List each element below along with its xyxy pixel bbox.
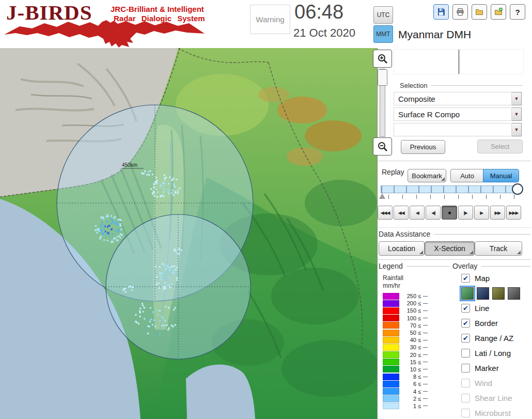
legend-color-swatch bbox=[383, 293, 399, 300]
legend-color-swatch bbox=[383, 395, 399, 402]
zoom-in-icon bbox=[377, 53, 388, 65]
olive-map-style-swatch[interactable] bbox=[492, 287, 505, 300]
manual-mode-button[interactable]: Manual bbox=[483, 169, 519, 182]
fast-forward-button[interactable]: ▶▶ bbox=[490, 206, 505, 220]
chevron-down-icon[interactable]: ▼ bbox=[512, 92, 522, 105]
overlay-section-label: Overlay bbox=[452, 262, 530, 270]
legend-lte-symbol: ≤ bbox=[418, 403, 421, 409]
shear-line-checkbox[interactable] bbox=[461, 394, 470, 402]
divider bbox=[378, 161, 531, 161]
marker-checkbox[interactable] bbox=[461, 364, 470, 373]
composite-dropdown-value: Composite bbox=[394, 92, 512, 105]
chevron-down-icon[interactable]: ▼ bbox=[512, 123, 522, 136]
mmt-toggle-button[interactable]: MMT bbox=[373, 25, 393, 43]
legend-value: 100 bbox=[403, 315, 416, 321]
play-reverse-button[interactable]: ◀ bbox=[410, 206, 425, 220]
eagle-logo-icon bbox=[2, 19, 207, 48]
legend-value: 30 bbox=[403, 344, 416, 350]
lati-long-checkbox[interactable] bbox=[461, 349, 470, 358]
help-button[interactable]: ? bbox=[510, 4, 525, 20]
bookmark-button[interactable]: Bookmark bbox=[408, 169, 446, 182]
legend-lte-symbol: ≤ bbox=[418, 330, 421, 336]
legend-value: 4 bbox=[403, 389, 416, 395]
legend-section-label: Legend bbox=[379, 262, 450, 270]
range-ring-label: 450km bbox=[122, 162, 137, 168]
green-map-style-swatch[interactable] bbox=[461, 287, 474, 300]
legend-lte-symbol: ≤ bbox=[418, 359, 421, 365]
radar-map-canvas[interactable]: 450km bbox=[0, 48, 377, 419]
map-checkbox[interactable]: ✔ bbox=[461, 274, 470, 283]
step-back-button[interactable]: ◀| bbox=[426, 206, 441, 220]
legend-tick bbox=[423, 333, 428, 333]
select-button[interactable]: Select bbox=[477, 139, 523, 153]
legend-value: 50 bbox=[403, 330, 416, 336]
legend-tick bbox=[423, 354, 428, 355]
selection-section-label: Selection bbox=[400, 82, 523, 89]
legend-tick bbox=[423, 362, 428, 362]
track-button[interactable]: Track bbox=[475, 241, 522, 256]
export-button[interactable] bbox=[491, 4, 506, 20]
product-text-field[interactable] bbox=[394, 49, 524, 74]
save-button[interactable] bbox=[433, 4, 449, 20]
legend-value: 10 bbox=[403, 366, 416, 373]
data-assistance-label-text: Data Assistance bbox=[379, 230, 430, 238]
legend-value: 2 bbox=[403, 396, 416, 402]
step-forward-button[interactable]: |▶ bbox=[458, 206, 473, 220]
overlay-item-label: Range / AZ bbox=[475, 334, 513, 343]
x-section-button[interactable]: X-Section bbox=[425, 241, 475, 256]
open-folder-button[interactable] bbox=[472, 4, 487, 20]
range-az-checkbox[interactable]: ✔ bbox=[461, 334, 470, 343]
overlay-item-label: Map bbox=[475, 274, 490, 283]
legend-lte-symbol: ≤ bbox=[418, 300, 421, 306]
utc-toggle-button[interactable]: UTC bbox=[373, 6, 393, 24]
replay-timeline-slider[interactable] bbox=[381, 185, 520, 193]
zoom-in-button[interactable] bbox=[373, 50, 392, 68]
navy-map-style-swatch[interactable] bbox=[477, 287, 489, 300]
gray-map-style-swatch[interactable] bbox=[508, 287, 520, 300]
overlay-item-label: Lati / Long bbox=[475, 349, 511, 358]
zoom-out-button[interactable] bbox=[373, 137, 392, 156]
legend-color-swatch bbox=[383, 344, 399, 351]
skip-to-end-button[interactable]: ▶▶▶ bbox=[506, 206, 521, 220]
overlay-item-lati-long: Lati / Long bbox=[461, 347, 531, 359]
legend-row: 4≤ bbox=[383, 387, 450, 395]
legend-value: 6 bbox=[403, 381, 416, 387]
microburst-checkbox[interactable] bbox=[461, 409, 470, 417]
composite-dropdown[interactable]: Composite ▼ bbox=[394, 92, 522, 105]
print-button[interactable] bbox=[452, 4, 468, 20]
legend-value: 70 bbox=[403, 322, 416, 329]
play-button[interactable]: ▶ bbox=[474, 206, 489, 220]
previous-button[interactable]: Previous bbox=[401, 140, 445, 154]
divider bbox=[378, 227, 531, 228]
product-dropdown-value: Surface R Compo bbox=[394, 107, 512, 121]
radar-map[interactable]: 450km bbox=[0, 48, 377, 419]
legend-row: 70≤ bbox=[383, 322, 450, 329]
overlay-item-wind: Wind bbox=[461, 377, 531, 389]
auto-mode-button[interactable]: Auto bbox=[450, 169, 484, 182]
legend-value: 150 bbox=[403, 307, 416, 314]
fast-rewind-button[interactable]: ◀◀ bbox=[394, 206, 409, 220]
playback-controls: ◀◀◀◀◀◀◀|■|▶▶▶▶▶▶▶ bbox=[378, 206, 521, 220]
legend-value: 40 bbox=[403, 337, 416, 343]
data-assistance-section-label: Data Assistance bbox=[379, 230, 530, 238]
legend-tick bbox=[423, 398, 428, 399]
legend-lte-symbol: ≤ bbox=[418, 366, 421, 373]
border-checkbox[interactable]: ✔ bbox=[461, 319, 470, 328]
zoom-slider-thumb[interactable] bbox=[378, 69, 387, 86]
legend-tick bbox=[423, 296, 428, 297]
skip-to-start-button[interactable]: ◀◀◀ bbox=[378, 206, 393, 220]
legend-row: 30≤ bbox=[383, 344, 450, 351]
location-button[interactable]: Location bbox=[379, 241, 425, 256]
line-checkbox[interactable]: ✔ bbox=[461, 304, 470, 313]
legend-tick bbox=[423, 391, 428, 392]
export-icon bbox=[494, 7, 503, 17]
product-dropdown[interactable]: Surface R Compo ▼ bbox=[394, 107, 522, 121]
stop-button[interactable]: ■ bbox=[442, 206, 457, 220]
sub-product-dropdown[interactable]: ▼ bbox=[394, 123, 522, 136]
legend-color-swatch bbox=[383, 330, 399, 336]
chevron-down-icon[interactable]: ▼ bbox=[512, 107, 522, 121]
header: J-BIRDS JRC-Brilliant & Intelligent Rada… bbox=[0, 0, 532, 49]
replay-slider-handle[interactable] bbox=[512, 183, 523, 195]
wind-checkbox[interactable] bbox=[461, 379, 470, 387]
legend-color-swatch bbox=[383, 315, 399, 321]
